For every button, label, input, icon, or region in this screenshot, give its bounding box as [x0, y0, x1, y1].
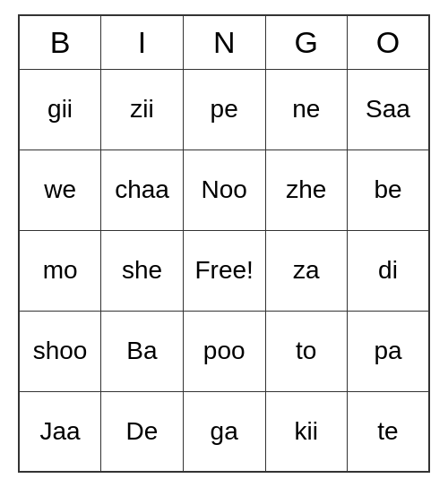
header-cell-i: I — [101, 15, 184, 69]
table-row: JaaDegakiite — [19, 391, 429, 472]
header-cell-b: B — [19, 15, 101, 69]
cell-r3-c1: Ba — [101, 311, 184, 391]
cell-r0-c2: pe — [183, 69, 265, 150]
cell-r2-c4: di — [347, 230, 429, 311]
header-cell-g: G — [265, 15, 347, 69]
cell-r0-c0: gii — [19, 69, 101, 150]
cell-r4-c4: te — [347, 391, 429, 472]
cell-r1-c4: be — [347, 150, 429, 230]
cell-r0-c3: ne — [265, 69, 347, 150]
cell-r1-c1: chaa — [101, 150, 184, 230]
cell-r4-c3: kii — [265, 391, 347, 472]
cell-r2-c2: Free! — [183, 230, 265, 311]
header-row: BINGO — [19, 15, 429, 69]
cell-r4-c1: De — [101, 391, 184, 472]
table-row: shooBapootopa — [19, 311, 429, 391]
cell-r3-c4: pa — [347, 311, 429, 391]
cell-r0-c4: Saa — [347, 69, 429, 150]
table-row: wechaaNoozhebe — [19, 150, 429, 230]
cell-r3-c2: poo — [183, 311, 265, 391]
cell-r2-c0: mo — [19, 230, 101, 311]
cell-r2-c1: she — [101, 230, 184, 311]
table-row: mosheFree!zadi — [19, 230, 429, 311]
header-cell-o: O — [347, 15, 429, 69]
cell-r3-c3: to — [265, 311, 347, 391]
bingo-card: BINGO giiziipeneSaawechaaNoozhebemosheFr… — [18, 14, 430, 473]
cell-r4-c0: Jaa — [19, 391, 101, 472]
cell-r1-c0: we — [19, 150, 101, 230]
header-cell-n: N — [183, 15, 265, 69]
table-row: giiziipeneSaa — [19, 69, 429, 150]
cell-r4-c2: ga — [183, 391, 265, 472]
cell-r2-c3: za — [265, 230, 347, 311]
cell-r0-c1: zii — [101, 69, 184, 150]
cell-r1-c2: Noo — [183, 150, 265, 230]
cell-r3-c0: shoo — [19, 311, 101, 391]
cell-r1-c3: zhe — [265, 150, 347, 230]
